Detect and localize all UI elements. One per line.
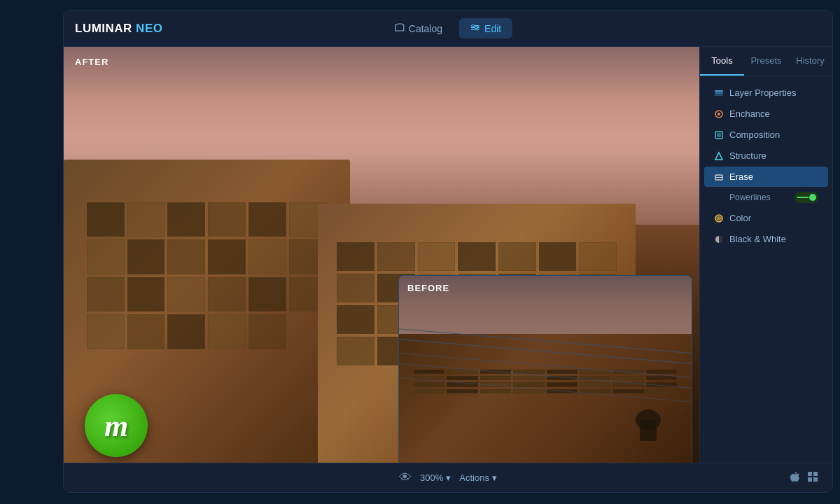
top-bar: LUMINAR NEO Catalog: [64, 10, 832, 47]
toggle-switch[interactable]: [794, 192, 818, 203]
main-content: AFTER: [64, 47, 699, 492]
erase-icon: [714, 172, 724, 182]
app-window: LUMINAR NEO Catalog: [63, 10, 833, 493]
catalog-label: Catalog: [409, 23, 442, 34]
powerlines-row: Powerlines: [704, 188, 828, 207]
actions-label: Actions: [459, 472, 489, 483]
catalog-icon: [395, 22, 405, 34]
enchance-icon: [714, 109, 724, 119]
panel-item-enchance[interactable]: Enchance: [704, 104, 828, 124]
right-panel: Tools Presets History Layer Properti: [699, 47, 832, 492]
watermark: m: [85, 394, 148, 457]
black-white-icon: [714, 234, 724, 244]
power-lines-svg: [399, 315, 692, 412]
svg-rect-25: [813, 472, 818, 476]
svg-rect-27: [813, 477, 818, 482]
before-panel: BEFORE: [398, 275, 692, 471]
after-label: AFTER: [75, 57, 108, 67]
panel-item-black-white[interactable]: Black & White: [704, 229, 828, 249]
svg-line-8: [399, 353, 692, 377]
dome-silhouette: [634, 406, 662, 441]
svg-rect-12: [640, 420, 657, 441]
zoom-value: 300%: [420, 472, 443, 483]
panel-item-color[interactable]: Color: [704, 208, 828, 228]
edit-label: Edit: [484, 23, 501, 34]
watermark-letter: m: [104, 408, 128, 444]
layer-properties-icon: [714, 88, 724, 98]
zoom-control[interactable]: 300% ▾: [420, 472, 451, 483]
tab-edit[interactable]: Edit: [459, 18, 512, 38]
color-icon: [714, 214, 724, 223]
tab-history[interactable]: History: [788, 47, 832, 76]
svg-rect-24: [808, 472, 812, 476]
svg-point-5: [477, 28, 479, 30]
panel-tabs: Tools Presets History: [700, 47, 832, 76]
panel-item-composition[interactable]: Composition: [704, 125, 828, 145]
panel-item-layer-properties[interactable]: Layer Properties: [704, 83, 828, 103]
svg-line-9: [399, 363, 692, 388]
svg-line-7: [399, 339, 692, 363]
os-icons: [789, 471, 818, 485]
svg-point-17: [718, 113, 720, 115]
photo-before: [399, 276, 692, 470]
eye-icon[interactable]: 👁: [399, 470, 412, 485]
before-label: BEFORE: [407, 283, 449, 293]
zoom-chevron: ▾: [446, 472, 451, 483]
panel-items: Layer Properties Enchance: [700, 76, 832, 255]
toggle-line: [797, 197, 808, 198]
svg-line-6: [399, 328, 692, 353]
actions-button[interactable]: Actions ▾: [459, 472, 497, 483]
svg-rect-19: [717, 133, 721, 137]
panel-item-erase[interactable]: Erase: [704, 167, 828, 187]
tab-catalog[interactable]: Catalog: [384, 18, 454, 38]
actions-chevron: ▾: [492, 472, 497, 483]
structure-icon: [714, 151, 724, 161]
svg-line-10: [399, 377, 692, 402]
edit-icon: [470, 22, 480, 34]
svg-rect-26: [808, 477, 812, 482]
nav-tabs: Catalog Edit: [384, 18, 512, 38]
powerlines-toggle[interactable]: [794, 192, 818, 203]
svg-rect-13: [715, 90, 723, 92]
svg-rect-15: [715, 94, 723, 96]
composition-icon: [714, 130, 724, 140]
watermark-circle: m: [85, 394, 148, 457]
app-logo: LUMINAR NEO: [75, 22, 162, 36]
logo-text: LUMINAR NEO: [75, 22, 162, 36]
bottom-bar: 👁 300% ▾ Actions ▾: [64, 463, 832, 492]
panel-item-structure[interactable]: Structure: [704, 146, 828, 166]
tab-tools[interactable]: Tools: [700, 47, 744, 76]
apple-icon: [789, 471, 800, 485]
tab-presets[interactable]: Presets: [744, 47, 788, 76]
svg-point-3: [472, 24, 475, 27]
svg-rect-14: [715, 92, 723, 94]
powerlines-label: Powerlines: [729, 192, 771, 202]
windows-icon: [807, 471, 818, 485]
